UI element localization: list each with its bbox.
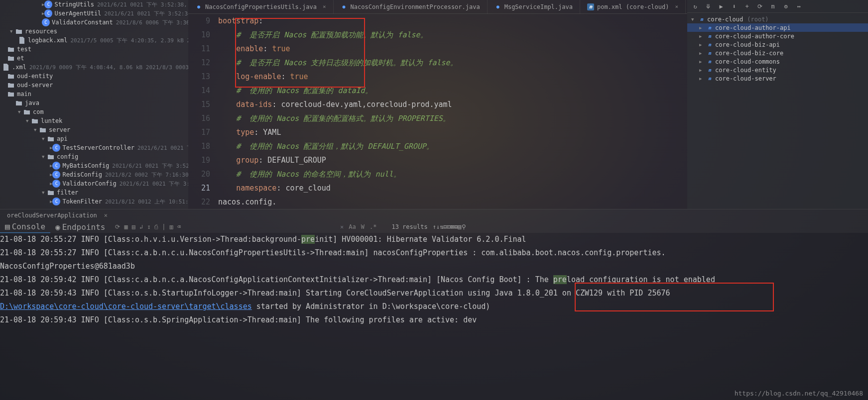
tree-item-config[interactable]: ▼config	[0, 152, 188, 161]
maven-tool-icon[interactable]: ⤋	[704, 3, 712, 10]
find-nav-icon[interactable]: ⊠	[451, 223, 454, 230]
tree-item-main[interactable]: main	[0, 90, 188, 99]
find-nav-icon[interactable]: ⚲	[462, 223, 466, 230]
tree-item-luntek[interactable]: ▼luntek	[0, 116, 188, 125]
tab-endpoints[interactable]: ◉Endpoints	[50, 221, 110, 233]
chevron-icon[interactable]: ▶	[699, 51, 704, 56]
maven-item[interactable]: ▶mcore-cloud-entity	[687, 66, 868, 74]
console-line[interactable]: D:\workspace\core-cloud\core-cloud-serve…	[0, 300, 868, 313]
code-line[interactable]: nacos.config.	[218, 195, 687, 209]
tree-item-resources[interactable]: ▼resources	[0, 27, 188, 36]
close-icon[interactable]: ×	[675, 3, 678, 10]
stop-icon[interactable]: ▦	[124, 223, 127, 230]
maven-tool-icon[interactable]: ↔	[795, 3, 803, 10]
tree-item-java[interactable]: java	[0, 99, 188, 107]
maven-tool-icon[interactable]: ⬇	[730, 3, 738, 10]
console-line[interactable]: 21-08-18 20:59:43 INFO [Class:o.s.b.Star…	[0, 287, 868, 300]
maven-item[interactable]: ▶mcore-cloud-server	[687, 74, 868, 83]
tree-item-.xml[interactable]: .xml2021/8/9 0009 下午 4:08:44, 8.06 kB 20…	[0, 63, 188, 72]
tree-item-TestServerController[interactable]: ▶CTestServerController2021/6/21 0021 下午 …	[0, 143, 188, 152]
maven-item[interactable]: ▼mcore-cloud(root)	[687, 15, 868, 23]
code-line[interactable]: # 使用的 Nacos 配置集的 dataId。	[218, 84, 687, 98]
editor-tab[interactable]: ●NacosConfigPropertiesUtils.java×	[188, 0, 334, 14]
maven-tool-icon[interactable]: ▶	[717, 3, 725, 10]
tree-item-filter[interactable]: ▼filter	[0, 188, 188, 197]
code-line[interactable]: bootstrap:	[218, 14, 687, 28]
scroll-icon[interactable]: ↧	[147, 223, 150, 230]
match-case-icon[interactable]: Aa	[349, 223, 356, 230]
tree-item-MyBatisConfig[interactable]: ▶CMyBatisConfig2021/6/21 0021 下午 3:52:38…	[0, 161, 188, 170]
code-lines[interactable]: bootstrap: # 是否开启 Nacos 配置预加载功能。默认为 fals…	[218, 14, 687, 209]
maven-tool-icon[interactable]: ⚙	[782, 3, 790, 10]
tree-item-api[interactable]: ▼api	[0, 134, 188, 143]
close-icon[interactable]: ×	[104, 212, 108, 219]
tree-item-test[interactable]: test	[0, 45, 188, 54]
code-line[interactable]: data-ids: corecloud-dev.yaml,corecloud-p…	[218, 98, 687, 111]
chevron-icon[interactable]: ▶	[699, 68, 704, 73]
chevron-icon[interactable]: ▼	[42, 136, 47, 141]
tree-item-server[interactable]: ▼server	[0, 125, 188, 134]
console-line[interactable]: 21-08-18 20:55:27 INFO [Class:c.a.b.n.c.…	[0, 246, 868, 260]
code-line[interactable]: # 使用的 Nacos 配置集的配置格式。默认为 PROPERTIES。	[218, 111, 687, 125]
tree-item-oud-server[interactable]: oud-server	[0, 81, 188, 90]
wrap-icon[interactable]: ↲	[139, 223, 143, 230]
tree-item-logback.xml[interactable]: logback.xml2021/7/5 0005 下午 4:20:35, 2.3…	[0, 36, 188, 45]
close-icon[interactable]: ×	[323, 3, 326, 10]
code-line[interactable]: # 是否开启 Nacos 配置预加载功能。默认为 false。	[218, 28, 687, 42]
maven-item[interactable]: ▶mcore-cloud-author-api	[687, 23, 868, 32]
tree-item-com[interactable]: ▼com	[0, 107, 188, 116]
code-line[interactable]: # 使用的 Nacos 的命名空间，默认为 null。	[218, 167, 687, 181]
clear-icon[interactable]: ⌫	[177, 223, 181, 230]
chevron-icon[interactable]: ▶	[699, 42, 704, 47]
rerun-icon[interactable]: ⟳	[115, 223, 120, 230]
chevron-icon[interactable]: ▶	[699, 76, 704, 81]
editor-tab[interactable]: mpom.xml (core-cloud)×	[580, 0, 686, 14]
maven-toolbar[interactable]: ↻⤋▶⬇+⟳m⚙↔	[687, 0, 868, 13]
code-line[interactable]: # 使用的 Nacos 配置分组，默认为 DEFAULT_GROUP。	[218, 139, 687, 153]
console-link[interactable]: D:\workspace\core-cloud\core-cloud-serve…	[0, 302, 252, 311]
console-line[interactable]: NacosConfigProperties@681aad3b	[0, 260, 868, 273]
maven-tool-icon[interactable]: m	[769, 3, 777, 10]
chevron-icon[interactable]: ▼	[10, 29, 15, 34]
layout-icon[interactable]: ▤	[132, 223, 135, 230]
chevron-icon[interactable]: ▶	[699, 59, 704, 64]
maven-tree[interactable]: ▼mcore-cloud(root)▶mcore-cloud-author-ap…	[687, 13, 868, 85]
editor-tabs[interactable]: ●NacosConfigPropertiesUtils.java×●NacosC…	[188, 0, 687, 14]
editor-tab[interactable]: ●NacosConfigEnvironmentProcessor.java	[334, 0, 488, 14]
tree-item-et[interactable]: et	[0, 54, 188, 63]
words-icon[interactable]: W	[361, 223, 365, 230]
filter-icon[interactable]: ▥	[170, 223, 173, 230]
code-line[interactable]: namespace: core_cloud	[218, 181, 687, 195]
maven-item[interactable]: ▶mcore-cloud-commons	[687, 57, 868, 66]
chevron-icon[interactable]: ▼	[26, 118, 31, 123]
print-icon[interactable]: ⎙	[154, 223, 158, 230]
regex-icon[interactable]: .*	[370, 223, 376, 230]
chevron-icon[interactable]: ▼	[34, 127, 39, 132]
code-line[interactable]: type: YAML	[218, 125, 687, 139]
chevron-icon[interactable]: ▼	[18, 109, 23, 114]
console-line[interactable]: 21-08-18 20:55:27 INFO [Class:o.h.v.i.u.…	[0, 233, 868, 246]
run-config-tab[interactable]: oreCloudServerApplication	[2, 211, 102, 220]
console-line[interactable]: 21-08-18 20:59:43 INFO [Class:o.s.b.Spri…	[0, 313, 868, 327]
console-output[interactable]: 21-08-18 20:55:27 INFO [Class:o.h.v.i.u.…	[0, 233, 868, 400]
chevron-icon[interactable]: ▶	[699, 34, 704, 39]
code-line[interactable]: # 是否开启 Nacos 支持日志级别的加载时机。默认为 false。	[218, 56, 687, 70]
maven-item[interactable]: ▶mcore-cloud-biz-core	[687, 49, 868, 57]
find-bar[interactable]: ✕ Aa W .* 13 results ↑↓⇅⊟⊡⊠⊞▤⚲	[181, 221, 466, 233]
console-line[interactable]: 21-08-18 20:59:42 INFO [Class:c.a.b.n.c.…	[0, 273, 868, 287]
tree-item-RedisConfig[interactable]: ▶CRedisConfig2021/8/2 0002 下午 7:16:30, 3…	[0, 170, 188, 179]
maven-item[interactable]: ▶mcore-cloud-biz-api	[687, 40, 868, 49]
code-line[interactable]: enable: true	[218, 42, 687, 56]
find-nav-icon[interactable]: ↑	[433, 223, 436, 230]
editor-tab[interactable]: ●MsgServiceImpl.java	[488, 0, 580, 14]
tab-console[interactable]: ▤Console	[0, 221, 50, 233]
tree-item-oud-entity[interactable]: oud-entity	[0, 72, 188, 81]
tree-item-ValidatorConfig[interactable]: ▶CValidatorConfig2021/6/21 0021 下午 3:52:…	[0, 179, 188, 188]
chevron-icon[interactable]: ▶	[699, 25, 704, 30]
maven-item[interactable]: ▶mcore-cloud-author-core	[687, 32, 868, 40]
tree-item-StringUtils[interactable]: ▶CStringUtils2021/6/21 0021 下午 3:52:38, …	[0, 0, 188, 9]
project-tree[interactable]: ▶CStringUtils2021/6/21 0021 下午 3:52:38, …	[0, 0, 188, 209]
tree-item-ValidatorConstant[interactable]: CValidatorConstant2021/8/6 0006 下午 3:36:…	[0, 18, 188, 27]
maven-tool-icon[interactable]: +	[743, 3, 751, 10]
code-line[interactable]: group: DEFAULT_GROUP	[218, 153, 687, 167]
